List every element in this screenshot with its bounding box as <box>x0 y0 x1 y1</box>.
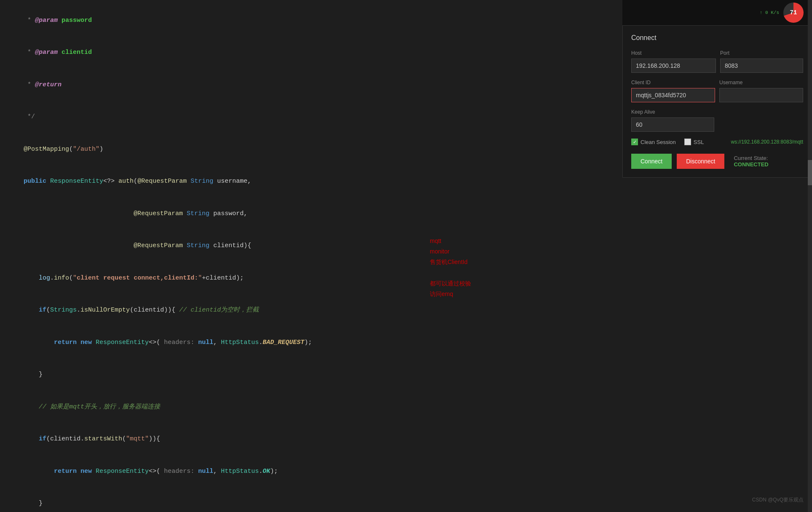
port-group: Port <box>720 50 803 73</box>
code-line-15: return new ResponseEntity<>( headers: nu… <box>8 455 569 488</box>
username-group: Username <box>719 80 803 102</box>
host-group: Host <box>631 50 716 73</box>
ssl-label: SSL <box>694 139 704 145</box>
host-input[interactable] <box>631 59 716 73</box>
side-note-monitor: monitor <box>430 246 471 257</box>
keep-alive-label: Keep Alive <box>631 109 714 115</box>
client-id-input[interactable] <box>631 88 715 102</box>
port-input[interactable] <box>720 59 803 73</box>
side-note-blank <box>430 268 471 278</box>
keep-alive-input[interactable] <box>631 117 714 132</box>
code-line-2: * @param clientid <box>8 37 569 69</box>
code-line-8: @RequestParam String clientid){ <box>8 230 569 262</box>
watermark: CSDN @QvQ要乐观点 <box>752 496 804 504</box>
side-notes: mqtt monitor 售货机ClientId 都可以通过校验 访问emq <box>430 236 471 299</box>
code-line-13: // 如果是mqtt开头，放行，服务器端连接 <box>8 391 569 423</box>
clientid-username-row: Client ID Username <box>631 80 803 102</box>
code-line-16: } <box>8 488 569 512</box>
speed-value: 71 <box>790 9 797 16</box>
keep-alive-group: Keep Alive <box>631 109 714 132</box>
code-line-7: @RequestParam String password, <box>8 197 569 230</box>
disconnect-button[interactable]: Disconnect <box>677 154 724 169</box>
side-note-clientid: 售货机ClientId <box>430 257 471 267</box>
speed-circle: 71 <box>783 3 804 23</box>
top-bar: ↑ 0 K/s 71 <box>622 0 812 25</box>
clean-session-checkbox[interactable]: ✓ <box>631 139 638 145</box>
username-input[interactable] <box>719 88 803 102</box>
code-line-14: if(clientid.startsWith("mqtt")){ <box>8 423 569 456</box>
clean-session-item[interactable]: ✓ Clean Session <box>631 139 676 145</box>
clientid-group: Client ID <box>631 80 715 102</box>
scrollbar[interactable] <box>808 0 812 512</box>
speed-up-label: ↑ 0 K/s <box>760 10 779 15</box>
current-state-value: CONNECTED <box>734 161 768 168</box>
current-state-row: Current State: CONNECTED <box>734 155 803 168</box>
code-line-3: * @return <box>8 69 569 101</box>
current-state-label: Current State: <box>734 155 768 161</box>
mqtt-buttons-row: Connect Disconnect Current State: CONNEC… <box>631 154 803 169</box>
speed-indicator: ↑ 0 K/s <box>760 10 779 15</box>
code-line-6: public ResponseEntity<?> auth(@RequestPa… <box>8 165 569 198</box>
clean-session-label: Clean Session <box>640 139 676 145</box>
connect-button[interactable]: Connect <box>631 154 672 169</box>
code-editor: * @param password * @param clientid * @r… <box>0 0 577 512</box>
side-note-mqtt: mqtt <box>430 236 471 246</box>
port-label: Port <box>720 50 803 56</box>
ssl-checkbox[interactable] <box>684 139 691 145</box>
keep-alive-row: Keep Alive <box>631 109 803 132</box>
options-row: ✓ Clean Session SSL ws://192.168.200.128… <box>631 139 803 145</box>
code-line-11: return new ResponseEntity<>( headers: nu… <box>8 326 569 359</box>
code-line-9: log.info("client request connect,clientI… <box>8 262 569 294</box>
scrollbar-thumb[interactable] <box>808 160 812 185</box>
code-line-5: @PostMapping("/auth") <box>8 133 569 165</box>
username-label: Username <box>719 80 803 85</box>
clientid-label: Client ID <box>631 80 715 85</box>
code-line-10: if(Strings.isNullOrEmpty(clientid)){ // … <box>8 294 569 327</box>
panel-title: Connect <box>631 34 803 42</box>
host-port-row: Host Port <box>631 50 803 73</box>
ssl-item[interactable]: SSL <box>684 139 704 145</box>
side-note-emq: 访问emq <box>430 289 471 299</box>
host-label: Host <box>631 50 716 56</box>
mqtt-connect-panel: Connect Host Port Client ID Username Kee… <box>622 25 812 178</box>
code-line-12: } <box>8 359 569 391</box>
ws-url: ws://192.168.200.128:8083/mqtt <box>731 139 803 145</box>
side-note-verify: 都可以通过校验 <box>430 278 471 289</box>
code-line-1: * @param password <box>8 4 569 37</box>
code-line-4: */ <box>8 101 569 133</box>
